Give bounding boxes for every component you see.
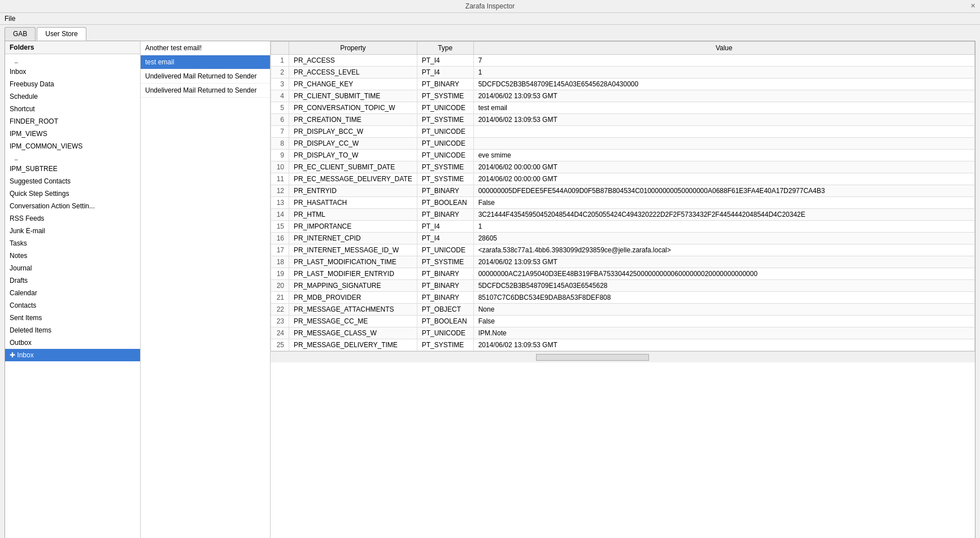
folder-rss-feeds[interactable]: RSS Feeds (5, 212, 140, 225)
prop-row-value: 5DCFDC52B3B548709E145A03E6545628A0430000 (473, 78, 974, 90)
prop-row-type: PT_I4 (417, 67, 473, 78)
col-header-value: Value (473, 42, 974, 55)
folder-suggested-contacts[interactable]: Suggested Contacts (5, 175, 140, 187)
table-row[interactable]: 19PR_LAST_MODIFIER_ENTRYIDPT_BINARY00000… (271, 268, 975, 280)
prop-row-property: PR_IMPORTANCE (289, 221, 417, 233)
folder-deleted-items[interactable]: Deleted Items (5, 324, 140, 336)
prop-row-type: PT_UNICODE (417, 138, 473, 150)
folder-journal[interactable]: Journal (5, 262, 140, 274)
table-row[interactable]: 2PR_ACCESS_LEVELPT_I41 (271, 67, 975, 78)
table-row[interactable]: 13PR_HASATTACHPT_BOOLEANFalse (271, 197, 975, 209)
prop-row-type: PT_SYSTIME (417, 90, 473, 102)
prop-row-property: PR_DISPLAY_CC_W (289, 138, 417, 150)
prop-row-type: PT_BINARY (417, 280, 473, 292)
table-row[interactable]: 23PR_MESSAGE_CC_MEPT_BOOLEANFalse (271, 316, 975, 327)
email-subject-3: Undelivered Mail Returned to Sender (145, 72, 256, 80)
table-row[interactable]: 9PR_DISPLAY_TO_WPT_UNICODEeve smime (271, 150, 975, 161)
folder-schedule[interactable]: Schedule (5, 90, 140, 103)
folder-inbox-leaf[interactable]: ✚ Inbox (5, 349, 140, 361)
table-row[interactable]: 6PR_CREATION_TIMEPT_SYSTIME2014/06/02 13… (271, 114, 975, 126)
prop-row-num: 16 (271, 233, 289, 244)
prop-row-value: None (473, 304, 974, 316)
file-menu[interactable]: File (5, 15, 15, 23)
prop-row-num: 1 (271, 55, 289, 67)
col-header-property: Property (289, 42, 417, 55)
folder-ipm-common-views[interactable]: IPM_COMMON_VIEWS (5, 140, 140, 152)
table-row[interactable]: 4PR_CLIENT_SUBMIT_TIMEPT_SYSTIME2014/06/… (271, 90, 975, 102)
table-row[interactable]: 12PR_ENTRYIDPT_BINARY000000005DFEDEE5FE5… (271, 185, 975, 197)
prop-row-property: PR_ACCESS_LEVEL (289, 67, 417, 78)
horizontal-scrollbar[interactable] (536, 354, 649, 361)
close-button[interactable]: ✕ (970, 2, 975, 10)
prop-row-value: 28605 (473, 233, 974, 244)
folder-quick-step[interactable]: Quick Step Settings (5, 187, 140, 200)
prop-row-value: eve smime (473, 150, 974, 161)
folder-shortcut[interactable]: Shortcut (5, 103, 140, 115)
table-row[interactable]: 21PR_MDB_PROVIDERPT_BINARY85107C7C6DBC53… (271, 292, 975, 304)
prop-row-value: 5DCFDC52B3B548709E145A03E6545628 (473, 280, 974, 292)
prop-row-property: PR_ENTRYID (289, 185, 417, 197)
table-row[interactable]: 10PR_EC_CLIENT_SUBMIT_DATEPT_SYSTIME2014… (271, 161, 975, 173)
prop-row-property: PR_CHANGE_KEY (289, 78, 417, 90)
prop-row-num: 15 (271, 221, 289, 233)
email-subject-2: test email (145, 58, 174, 66)
table-row[interactable]: 17PR_INTERNET_MESSAGE_ID_WPT_UNICODE<zar… (271, 244, 975, 256)
folder-freebusy[interactable]: Freebusy Data (5, 78, 140, 90)
folder-finder-root[interactable]: FINDER_ROOT (5, 115, 140, 128)
prop-row-property: PR_MESSAGE_ATTACHMENTS (289, 304, 417, 316)
table-row[interactable]: 1PR_ACCESSPT_I47 (271, 55, 975, 67)
email-item-1[interactable]: Another test email! (141, 41, 270, 55)
table-row[interactable]: 18PR_LAST_MODIFICATION_TIMEPT_SYSTIME201… (271, 256, 975, 268)
folder-inbox-root[interactable]: − Inbox (5, 55, 140, 78)
table-row[interactable]: 25PR_MESSAGE_DELIVERY_TIMEPT_SYSTIME2014… (271, 339, 975, 351)
prop-row-num: 2 (271, 67, 289, 78)
folder-contacts[interactable]: Contacts (5, 299, 140, 312)
title-bar: Zarafa Inspector ✕ (0, 0, 980, 13)
table-row[interactable]: 24PR_MESSAGE_CLASS_WPT_UNICODEIPM.Note (271, 327, 975, 339)
table-row[interactable]: 22PR_MESSAGE_ATTACHMENTSPT_OBJECTNone (271, 304, 975, 316)
table-row[interactable]: 8PR_DISPLAY_CC_WPT_UNICODE (271, 138, 975, 150)
prop-row-value: 85107C7C6DBC534E9DAB8A53F8DEF808 (473, 292, 974, 304)
main-container: Folders − Inbox Freebusy Data Schedule S… (5, 41, 975, 538)
prop-row-property: PR_EC_CLIENT_SUBMIT_DATE (289, 161, 417, 173)
prop-row-type: PT_BINARY (417, 209, 473, 221)
folder-ipm-views[interactable]: IPM_VIEWS (5, 128, 140, 140)
folder-tasks[interactable]: Tasks (5, 237, 140, 250)
folder-junk-email[interactable]: Junk E-mail (5, 225, 140, 237)
prop-row-type: PT_BINARY (417, 268, 473, 280)
folder-drafts[interactable]: Drafts (5, 274, 140, 287)
table-row[interactable]: 20PR_MAPPING_SIGNATUREPT_BINARY5DCFDC52B… (271, 280, 975, 292)
folder-conversation-action[interactable]: Conversation Action Settin... (5, 200, 140, 212)
prop-row-value: 1 (473, 221, 974, 233)
prop-row-property: PR_MAPPING_SIGNATURE (289, 280, 417, 292)
email-item-2[interactable]: test email (141, 55, 270, 69)
prop-row-value: <zarafa.538c77a1.4bb6.3983099d293859ce@j… (473, 244, 974, 256)
table-row[interactable]: 3PR_CHANGE_KEYPT_BINARY5DCFDC52B3B548709… (271, 78, 975, 90)
tab-gab[interactable]: GAB (5, 27, 36, 41)
email-item-4[interactable]: Undelivered Mail Returned to Sender (141, 84, 270, 98)
folder-ipm-subtree[interactable]: − IPM_SUBTREE (5, 152, 140, 175)
prop-row-value: 7 (473, 55, 974, 67)
table-row[interactable]: 5PR_CONVERSATION_TOPIC_WPT_UNICODEtest e… (271, 102, 975, 114)
app-title: Zarafa Inspector (465, 2, 515, 10)
email-subject-1: Another test email! (145, 44, 202, 52)
prop-row-type: PT_UNICODE (417, 150, 473, 161)
tab-userstore[interactable]: User Store (37, 27, 86, 41)
prop-row-num: 24 (271, 327, 289, 339)
table-row[interactable]: 15PR_IMPORTANCEPT_I41 (271, 221, 975, 233)
folder-notes[interactable]: Notes (5, 250, 140, 262)
prop-row-num: 17 (271, 244, 289, 256)
folder-calendar[interactable]: Calendar (5, 287, 140, 299)
table-row[interactable]: 14PR_HTMLPT_BINARY3C21444F43545950452048… (271, 209, 975, 221)
prop-row-value (473, 138, 974, 150)
prop-row-num: 9 (271, 150, 289, 161)
prop-row-property: PR_CLIENT_SUBMIT_TIME (289, 90, 417, 102)
table-row[interactable]: 16PR_INTERNET_CPIDPT_I428605 (271, 233, 975, 244)
folder-sent-items[interactable]: Sent Items (5, 312, 140, 324)
email-item-3[interactable]: Undelivered Mail Returned to Sender (141, 69, 270, 84)
prop-row-type: PT_I4 (417, 55, 473, 67)
prop-row-property: PR_INTERNET_CPID (289, 233, 417, 244)
table-row[interactable]: 7PR_DISPLAY_BCC_WPT_UNICODE (271, 126, 975, 138)
table-row[interactable]: 11PR_EC_MESSAGE_DELIVERY_DATEPT_SYSTIME2… (271, 173, 975, 185)
folder-outbox[interactable]: Outbox (5, 336, 140, 349)
